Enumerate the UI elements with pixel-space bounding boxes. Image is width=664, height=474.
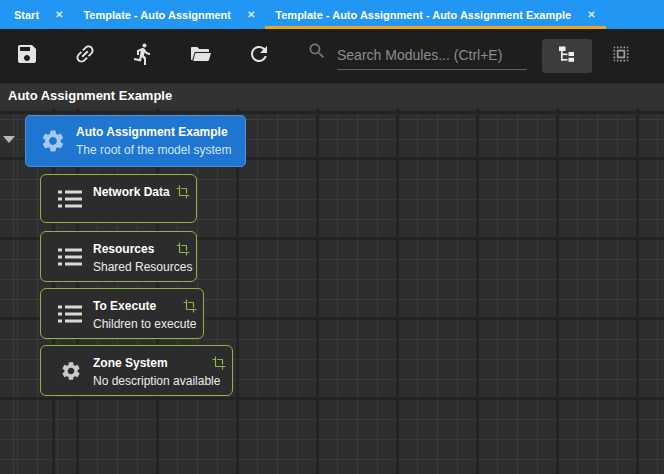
close-icon[interactable]: ✕ <box>55 10 63 20</box>
link-icon <box>73 42 97 69</box>
list-icon <box>49 175 93 222</box>
node-subtitle: Shared Resources <box>93 259 192 275</box>
link-button[interactable] <box>73 44 97 68</box>
node-title: Auto Assignment Example <box>76 124 231 140</box>
crop-icon[interactable] <box>212 356 226 370</box>
collapse-arrow-icon[interactable] <box>3 136 15 143</box>
node-subtitle: No description available <box>93 373 220 389</box>
tab-bar: Start ✕ Template - Auto Assignment ✕ Tem… <box>0 0 664 29</box>
gear-icon <box>30 116 76 166</box>
node-title: Network Data <box>93 184 170 200</box>
save-button[interactable] <box>15 44 39 68</box>
refresh-icon <box>247 42 271 69</box>
run-icon <box>131 42 155 69</box>
toolbar <box>0 29 664 82</box>
tree-view-icon <box>557 44 577 67</box>
tree-view-button[interactable] <box>542 39 592 73</box>
open-folder-button[interactable] <box>189 44 213 68</box>
view-toggle-group <box>542 39 646 73</box>
tab-auto-assignment-example[interactable]: Template - Auto Assignment - Auto Assign… <box>265 0 605 29</box>
tab-label: Template - Auto Assignment - Auto Assign… <box>275 9 571 21</box>
node-title: Zone System <box>93 355 220 371</box>
save-icon <box>15 42 39 69</box>
breadcrumb: Auto Assignment Example <box>0 82 664 108</box>
crop-icon[interactable] <box>176 185 190 199</box>
search-modules-input[interactable] <box>337 43 527 70</box>
run-button[interactable] <box>131 44 155 68</box>
node-subtitle: Children to execute <box>93 316 196 332</box>
tab-start[interactable]: Start ✕ <box>4 0 73 29</box>
node-resources[interactable]: Resources Shared Resources <box>40 231 197 282</box>
list-icon <box>49 232 93 281</box>
close-icon[interactable]: ✕ <box>247 10 255 20</box>
tab-label: Start <box>14 9 39 21</box>
module-search <box>307 41 527 70</box>
select-region-view-button[interactable] <box>596 39 646 73</box>
node-network-data[interactable]: Network Data <box>40 174 197 223</box>
model-canvas[interactable]: Auto Assignment Example The root of the … <box>0 108 664 474</box>
select-region-icon <box>611 44 631 67</box>
refresh-button[interactable] <box>247 44 271 68</box>
open-folder-icon <box>189 42 213 69</box>
node-to-execute[interactable]: To Execute Children to execute <box>40 288 204 339</box>
tab-label: Template - Auto Assignment <box>83 9 231 21</box>
crop-icon[interactable] <box>183 299 197 313</box>
close-icon[interactable]: ✕ <box>587 10 595 20</box>
application-window: Start ✕ Template - Auto Assignment ✕ Tem… <box>0 0 664 474</box>
crop-icon[interactable] <box>176 242 190 256</box>
gear-icon <box>49 346 93 395</box>
list-icon <box>49 289 93 338</box>
page-title: Auto Assignment Example <box>8 88 172 103</box>
node-subtitle: The root of the model system <box>76 142 231 158</box>
node-zone-system[interactable]: Zone System No description available <box>40 345 233 396</box>
node-title: To Execute <box>93 298 196 314</box>
node-auto-assignment-example[interactable]: Auto Assignment Example The root of the … <box>25 115 246 167</box>
search-icon <box>307 41 327 70</box>
tab-template-auto-assignment[interactable]: Template - Auto Assignment ✕ <box>73 0 265 29</box>
